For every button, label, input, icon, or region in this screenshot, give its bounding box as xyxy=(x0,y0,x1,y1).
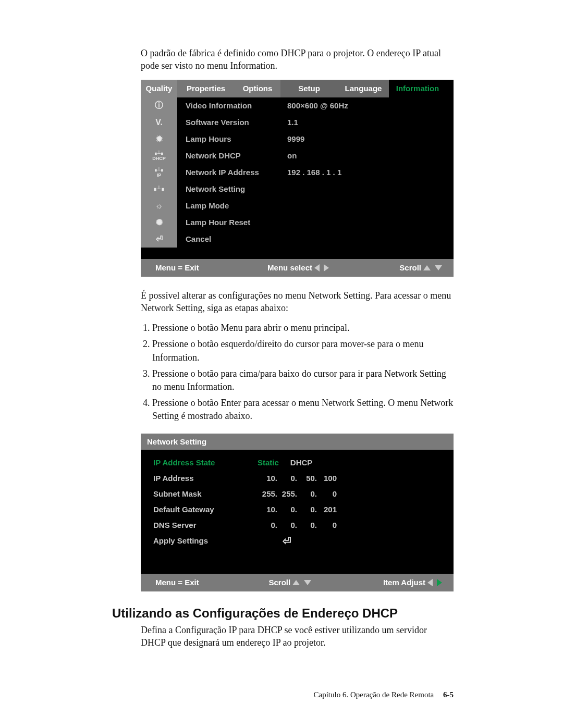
hint-menu-exit: Menu = Exit xyxy=(155,263,199,272)
triangle-left-icon xyxy=(314,264,320,272)
osd2-label: Apply Settings xyxy=(153,536,258,545)
osd2-row-5[interactable]: Apply Settings⏎ xyxy=(153,533,454,549)
osd2-footer: Menu = Exit Scroll Item Adjust xyxy=(141,574,454,591)
osd2-value: ⏎ xyxy=(258,535,291,547)
osd1-row-1[interactable]: Software Version1.1 xyxy=(177,114,454,131)
osd2-label: IP Address xyxy=(153,474,258,483)
tab-options[interactable]: Options xyxy=(235,80,280,97)
osd1-row-8[interactable]: Cancel xyxy=(177,231,454,248)
osd1-label: Lamp Hours xyxy=(177,134,287,143)
footer-page-number: 6-5 xyxy=(443,690,454,699)
dhcp-icon: ∎┴∎DHCP xyxy=(141,147,177,164)
osd2-label: IP Address State xyxy=(153,458,258,467)
steps-list: Pressione o botão Menu para abrir o menu… xyxy=(141,322,454,423)
net-icon: ∎┴∎ xyxy=(141,181,177,198)
osd2-row-0[interactable]: IP Address StateStaticDHCP xyxy=(153,455,454,471)
osd1-label: Lamp Mode xyxy=(177,201,287,210)
hint-scroll: Scroll xyxy=(399,263,421,272)
osd-network-setting: Network Setting IP Address StateStaticDH… xyxy=(141,434,454,591)
triangle-down-icon xyxy=(435,265,442,270)
triangle-right-icon-2 xyxy=(437,579,442,586)
osd2-value: StaticDHCP xyxy=(258,458,312,467)
tab-language[interactable]: Language xyxy=(338,80,389,97)
osd1-label: Network Setting xyxy=(177,184,287,193)
osd1-label: Cancel xyxy=(177,235,287,243)
osd1-value: 800×600 @ 60Hz xyxy=(287,101,454,110)
osd1-footer: Menu = Exit Menu select Scroll xyxy=(141,259,454,277)
osd2-row-3[interactable]: Default Gateway10.0.0.201 xyxy=(153,502,454,517)
osd2-value: 0.0.0.0 xyxy=(258,521,337,529)
tab-information[interactable]: Information xyxy=(389,80,446,97)
hint-scroll-2: Scroll xyxy=(268,578,290,587)
page-footer: Capítulo 6. Operação de Rede Remota 6-5 xyxy=(313,690,454,699)
triangle-up-icon-2 xyxy=(292,580,300,585)
osd1-row-0[interactable]: Video Information800×600 @ 60Hz xyxy=(177,97,454,114)
step-3: Pressione o botão para cima/para baixo d… xyxy=(152,367,454,393)
intro-paragraph: O padrão de fábrica é definido como DHCP… xyxy=(141,47,454,72)
para-dhcp: Defina a Configuração IP para DHCP se vo… xyxy=(141,624,454,649)
triangle-right-icon xyxy=(324,264,329,272)
osd1-value: 1.1 xyxy=(287,118,454,127)
osd1-label: Lamp Hour Reset xyxy=(177,218,287,227)
enter-icon: ⏎ xyxy=(141,231,177,248)
osd2-value: 255.255.0.0 xyxy=(258,489,337,498)
osd1-row-6[interactable]: Lamp Mode xyxy=(177,198,454,214)
osd1-label: Software Version xyxy=(177,118,287,127)
osd1-label: Video Information xyxy=(177,101,287,110)
step-1: Pressione o botão Menu para abrir o menu… xyxy=(152,322,454,335)
osd2-label: DNS Server xyxy=(153,521,258,529)
osd2-value: 10.0.50.100 xyxy=(258,474,337,483)
step-4: Pressione o botão Enter para acessar o m… xyxy=(152,397,454,423)
osd2-row-1[interactable]: IP Address10.0.50.100 xyxy=(153,471,454,486)
triangle-left-icon-2 xyxy=(427,579,433,586)
osd-icon-column: ⓘ V. ✹ ∎┴∎DHCP ∎┴∎IP ∎┴∎ ☼ ✺ ⏎ xyxy=(141,97,177,248)
osd2-label: Default Gateway xyxy=(153,505,258,514)
para-network-setting: É possível alterar as configurações no m… xyxy=(141,289,454,315)
osd1-row-5[interactable]: Network Setting xyxy=(177,181,454,198)
version-icon: V. xyxy=(141,114,177,131)
hint-item-adjust: Item Adjust xyxy=(383,578,425,587)
osd1-row-3[interactable]: Network DHCPon xyxy=(177,147,454,164)
osd1-value: 9999 xyxy=(287,134,454,143)
ip-icon: ∎┴∎IP xyxy=(141,164,177,181)
info-icon: ⓘ xyxy=(141,97,177,114)
footer-chapter: Capítulo 6. Operação de Rede Remota xyxy=(313,690,434,699)
osd1-value: on xyxy=(287,151,454,160)
osd-tabs: Quality Properties Options Setup Languag… xyxy=(141,80,454,97)
osd1-row-2[interactable]: Lamp Hours9999 xyxy=(177,131,454,147)
osd2-label: Subnet Mask xyxy=(153,489,258,498)
triangle-up-icon xyxy=(423,265,431,270)
osd1-label: Network IP Address xyxy=(177,168,287,177)
section-heading-dhcp: Utilizando as Configurações de Endereço … xyxy=(112,606,454,621)
hint-menu-select: Menu select xyxy=(267,263,312,272)
osd2-row-2[interactable]: Subnet Mask255.255.0.0 xyxy=(153,486,454,502)
osd2-value: 10.0.0.201 xyxy=(258,505,337,514)
enter-icon: ⏎ xyxy=(283,535,291,547)
step-2: Pressione o botão esquerdo/direito do cu… xyxy=(152,338,454,364)
osd2-title: Network Setting xyxy=(141,434,454,450)
osd2-row-4[interactable]: DNS Server0.0.0.0 xyxy=(153,517,454,533)
triangle-down-icon-2 xyxy=(304,580,311,585)
lampmode-icon: ☼ xyxy=(141,198,177,214)
tab-quality[interactable]: Quality xyxy=(141,80,177,97)
osd1-value: 192 . 168 . 1 . 1 xyxy=(287,168,454,177)
tab-properties[interactable]: Properties xyxy=(177,80,235,97)
hint-menu-exit-2: Menu = Exit xyxy=(155,578,199,587)
tab-setup[interactable]: Setup xyxy=(280,80,338,97)
osd1-row-4[interactable]: Network IP Address192 . 168 . 1 . 1 xyxy=(177,164,454,181)
osd2-option[interactable]: Static xyxy=(258,458,279,467)
lamp-icon: ✹ xyxy=(141,131,177,147)
osd1-label: Network DHCP xyxy=(177,151,287,160)
osd2-option[interactable]: DHCP xyxy=(290,458,313,467)
osd-information-menu: Quality Properties Options Setup Languag… xyxy=(141,80,454,277)
lampreset-icon: ✺ xyxy=(141,214,177,231)
osd1-row-7[interactable]: Lamp Hour Reset xyxy=(177,214,454,231)
